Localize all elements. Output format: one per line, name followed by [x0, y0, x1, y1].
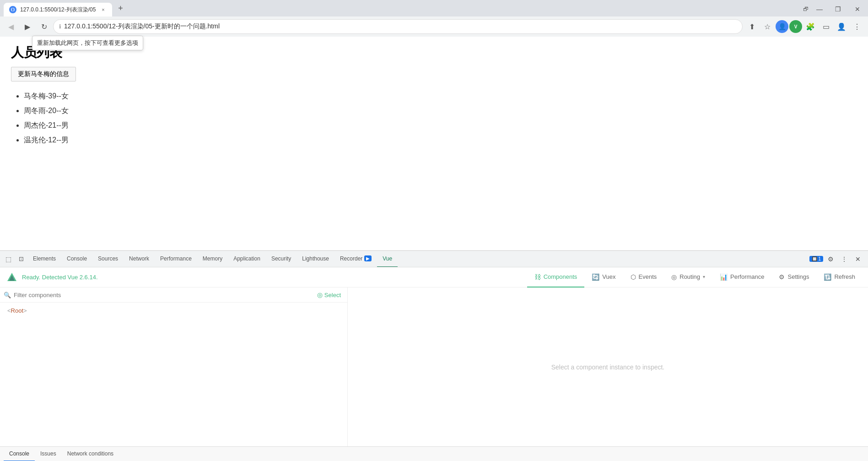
- settings-label: Settings: [787, 273, 809, 280]
- devtools-settings-icon[interactable]: ⚙: [824, 253, 837, 266]
- vue-nav-vuex[interactable]: 🔄 Vuex: [584, 267, 623, 287]
- list-item: 马冬梅-39--女: [24, 89, 857, 103]
- devtools-panel: ⬚ ⊡ Elements Console Sources Network Per…: [0, 250, 868, 461]
- vue-status-text: Ready. Detected Vue 2.6.14.: [22, 274, 98, 281]
- bottom-tab-issues[interactable]: Issues: [35, 447, 62, 461]
- account-icon[interactable]: 👤: [834, 19, 849, 34]
- component-tree-panel: 🔍 ◎ Select <Root>: [0, 287, 348, 446]
- vue-nav-events[interactable]: ⬡ Events: [623, 267, 664, 287]
- issues-badge[interactable]: 🔲 1: [809, 256, 823, 262]
- menu-icon[interactable]: ⋮: [850, 19, 864, 34]
- routing-dropdown-icon: ▾: [703, 274, 705, 279]
- vuex-icon: 🔄: [592, 273, 599, 281]
- devtools-tab-security[interactable]: Security: [266, 251, 297, 267]
- vue-nav-performance[interactable]: 📊 Performance: [712, 267, 771, 287]
- component-tree: <Root>: [0, 303, 347, 446]
- devtools-tab-application[interactable]: Application: [228, 251, 266, 267]
- person-list: 马冬梅-39--女 周冬雨-20--女 周杰伦-21--男 温兆伦-12--男: [11, 89, 857, 147]
- back-button[interactable]: ◀: [4, 19, 18, 34]
- devtools-more-icon[interactable]: ⋮: [838, 253, 851, 266]
- vue-toolbar: Ready. Detected Vue 2.6.14. ⛓ Components…: [0, 267, 868, 287]
- profile-avatar[interactable]: 👤: [776, 20, 788, 33]
- vuex-label: Vuex: [602, 273, 615, 280]
- select-label: Select: [324, 292, 341, 298]
- bookmark-icon[interactable]: ☆: [760, 19, 775, 34]
- list-item: 周杰伦-21--男: [24, 118, 857, 133]
- minimize-button[interactable]: —: [810, 2, 829, 16]
- devtools-cursor-icon[interactable]: ⬚: [2, 253, 15, 266]
- forward-button[interactable]: ▶: [20, 19, 35, 34]
- vue-main-panel: 🔍 ◎ Select <Root>: [0, 287, 868, 446]
- refresh-label: Refresh: [834, 273, 855, 280]
- components-label: Components: [544, 273, 577, 280]
- devtools-tab-performance[interactable]: Performance: [155, 251, 197, 267]
- list-item: 周冬雨-20--女: [24, 103, 857, 118]
- devtools-tab-sources[interactable]: Sources: [92, 251, 124, 267]
- routing-label: Routing: [679, 273, 700, 280]
- bottom-tab-console[interactable]: Console: [4, 447, 35, 461]
- favicon-icon: [11, 7, 15, 12]
- devtools-tab-vue[interactable]: Vue: [377, 251, 398, 267]
- routing-icon: ◎: [671, 273, 677, 281]
- refresh-icon: 🔃: [824, 273, 831, 281]
- filter-input[interactable]: [14, 292, 312, 298]
- update-button[interactable]: 更新马冬梅的信息: [11, 67, 76, 81]
- devtools-close-icon[interactable]: ✕: [852, 253, 864, 266]
- devtools-tab-lighthouse[interactable]: Lighthouse: [297, 251, 334, 267]
- close-button[interactable]: ✕: [847, 2, 868, 16]
- root-tag-name: Root: [11, 307, 23, 314]
- tab-favicon: [9, 6, 16, 13]
- select-button[interactable]: ◎ Select: [314, 290, 344, 299]
- vue-logo: [5, 271, 18, 284]
- devtools-tab-bar: ⬚ ⊡ Elements Console Sources Network Per…: [0, 251, 868, 267]
- devtools-tab-memory[interactable]: Memory: [197, 251, 228, 267]
- filter-bar: 🔍 ◎ Select: [0, 287, 347, 303]
- lock-icon: ℹ: [59, 23, 61, 30]
- vue-nav-refresh[interactable]: 🔃 Refresh: [816, 267, 863, 287]
- select-circle-icon: ◎: [317, 291, 323, 298]
- reload-button[interactable]: ↻ 重新加载此网页，按下可查看更多选项: [37, 19, 51, 34]
- events-icon: ⬡: [631, 273, 636, 281]
- list-item: 温兆伦-12--男: [24, 133, 857, 147]
- bottom-tab-network-conditions[interactable]: Network conditions: [62, 447, 119, 461]
- bottom-tab-bar: Console Issues Network conditions: [0, 446, 868, 461]
- address-bar-wrap[interactable]: ℹ 127.0.0.1:5500/12-列表渲染/05-更新时的一个问题.htm…: [53, 19, 743, 34]
- tab-title: 127.0.0.1:5500/12-列表渲染/05: [20, 6, 96, 14]
- devtools-tab-elements[interactable]: Elements: [27, 251, 61, 267]
- share-icon[interactable]: ⬆: [744, 19, 759, 34]
- reload-tooltip: 重新加载此网页，按下可查看更多选项: [32, 36, 143, 50]
- settings-icon: ⚙: [779, 273, 785, 281]
- devtools-tab-console[interactable]: Console: [61, 251, 92, 267]
- inspector-placeholder: Select a component instance to inspect.: [551, 363, 664, 371]
- address-text: 127.0.0.1:5500/12-列表渲染/05-更新时的一个问题.html: [64, 22, 220, 31]
- tab-close-button[interactable]: ×: [99, 6, 107, 13]
- components-icon: ⛓: [534, 273, 541, 281]
- devtools-dock-icon[interactable]: ⊡: [15, 253, 27, 266]
- component-inspector-panel: Select a component instance to inspect.: [348, 287, 868, 446]
- devtools-tab-network[interactable]: Network: [124, 251, 155, 267]
- root-tree-item[interactable]: <Root>: [5, 306, 342, 315]
- maximize-button[interactable]: ❐: [829, 2, 847, 16]
- browser-tab[interactable]: 127.0.0.1:5500/12-列表渲染/05 ×: [4, 3, 112, 16]
- vue-nav-routing[interactable]: ◎ Routing ▾: [664, 267, 712, 287]
- devtools-tab-recorder[interactable]: Recorder ▶: [334, 251, 377, 267]
- extensions-icon[interactable]: 🧩: [803, 19, 818, 34]
- vue-nav-components[interactable]: ⛓ Components: [527, 267, 585, 287]
- vue-logo-icon: [6, 272, 17, 283]
- page-content: 人员列表 更新马冬梅的信息 马冬梅-39--女 周冬雨-20--女 周杰伦-21…: [0, 37, 868, 250]
- performance-label: Performance: [730, 273, 764, 280]
- tab-ctrl-list[interactable]: 🗗: [801, 5, 810, 14]
- filter-search-icon: 🔍: [4, 292, 11, 298]
- events-label: Events: [639, 273, 657, 280]
- performance-icon: 📊: [720, 273, 728, 281]
- vue-nav-settings[interactable]: ⚙ Settings: [771, 267, 816, 287]
- vue-devtools: Ready. Detected Vue 2.6.14. ⛓ Components…: [0, 267, 868, 446]
- new-tab-button[interactable]: +: [114, 2, 127, 15]
- extension-icon[interactable]: V: [789, 20, 802, 33]
- sidebar-icon[interactable]: ▭: [819, 19, 833, 34]
- vue-nav: ⛓ Components 🔄 Vuex ⬡ Events: [527, 267, 863, 287]
